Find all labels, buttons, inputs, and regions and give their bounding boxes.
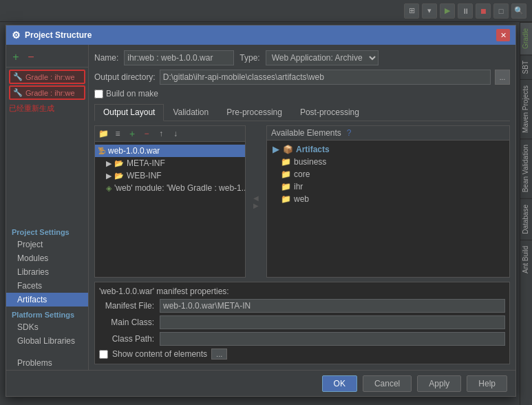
available-elements-content: ▶ 📦 Artifacts 📁 business 📁 core xyxy=(267,141,509,277)
expand-icon-1: ▶ xyxy=(106,159,111,168)
arrow-right: ▶ xyxy=(253,202,259,209)
output-dir-row: Output directory: ... xyxy=(94,70,510,85)
artifact-label-1: Gradle : ihr:we xyxy=(25,73,75,81)
avail-artifact-icon: 📦 xyxy=(283,145,293,154)
main-class-row: Main Class: xyxy=(99,315,505,329)
avail-item-core[interactable]: 📁 core xyxy=(267,168,509,180)
toolbar-btn-grid[interactable]: ⊞ xyxy=(404,3,419,19)
toolbar-btn-run[interactable]: ▶ xyxy=(440,3,455,19)
cancel-button[interactable]: Cancel xyxy=(363,375,412,392)
toolbar-btn-coverage[interactable]: □ xyxy=(493,3,509,19)
tab-maven[interactable]: Maven Projects xyxy=(520,79,532,138)
dialog-close-button[interactable]: ✕ xyxy=(496,29,510,41)
tab-preprocessing[interactable]: Pre-processing xyxy=(217,104,291,121)
apply-button[interactable]: Apply xyxy=(417,375,461,392)
properties-section: 'web-1.0.0.war' manifest properties: Man… xyxy=(94,282,510,364)
tree-item-module-label: 'web' module: 'Web Gradle : web-1... xyxy=(114,183,245,193)
avail-item-ihr[interactable]: 📁 ihr xyxy=(267,180,509,193)
output-dir-browse-button[interactable]: ... xyxy=(495,70,510,85)
tab-gradle[interactable]: Gradle xyxy=(520,22,532,54)
show-content-btn[interactable]: ... xyxy=(211,349,227,360)
build-on-make-label[interactable]: Build on make xyxy=(106,89,158,98)
folder-icon-2: 📂 xyxy=(114,172,124,180)
toolbar-btn-stop[interactable]: ⏹ xyxy=(476,3,491,19)
manifest-row: Manifest File: xyxy=(99,299,505,313)
add-artifact-button[interactable]: + xyxy=(9,50,23,64)
tree-item-war[interactable]: 🗜 web-1.0.0.war xyxy=(95,145,245,157)
tab-bar: Output Layout Validation Pre-processing … xyxy=(94,104,510,121)
manifest-input[interactable] xyxy=(160,299,505,313)
split-pane: 📁 ≡ + − ↑ ↓ 🗜 web-1.0.0.war ▶ xyxy=(94,125,510,278)
tree-content: 🗜 web-1.0.0.war ▶ 📂 META-INF ▶ 📂 WEB-INF xyxy=(95,142,245,277)
tree-item-web-inf-label: WEB-INF xyxy=(127,171,162,180)
tab-output-layout[interactable]: Output Layout xyxy=(94,104,164,121)
artifact-toolbar: + − xyxy=(6,48,88,68)
sidebar-item-problems[interactable]: Problems xyxy=(6,356,88,370)
tab-postprocessing[interactable]: Post-processing xyxy=(291,104,368,121)
show-content-label[interactable]: Show content of elements xyxy=(112,349,207,359)
sidebar-item-libraries[interactable]: Libraries xyxy=(6,265,88,279)
remove-artifact-button[interactable]: − xyxy=(24,50,38,64)
toolbar-btn-pause[interactable]: ⏸ xyxy=(458,3,473,19)
build-on-make-checkbox[interactable] xyxy=(94,90,103,98)
project-structure-dialog: ⚙ Project Structure ✕ + − 🔧 Gradle : ihr… xyxy=(6,25,516,397)
sidebar-item-project[interactable]: Project xyxy=(6,238,88,251)
main-class-input[interactable] xyxy=(160,315,505,329)
sidebar-item-sdks[interactable]: SDKs xyxy=(6,320,88,334)
tab-validation[interactable]: Validation xyxy=(164,104,217,121)
dialog-titlebar: ⚙ Project Structure ✕ xyxy=(6,25,515,45)
tree-btn-remove[interactable]: − xyxy=(140,127,153,140)
name-type-row: Name: Type: Web Application: Archive xyxy=(94,50,510,65)
tree-item-meta-inf[interactable]: ▶ 📂 META-INF xyxy=(95,157,245,169)
top-toolbar: ⊞ ▾ ▶ ⏸ ⏹ □ 🔍 xyxy=(0,0,532,22)
tab-sbt[interactable]: SBT xyxy=(520,54,532,79)
sidebar-item-modules[interactable]: Modules xyxy=(6,251,88,265)
main-class-label: Main Class: xyxy=(99,318,154,327)
split-arrows: ◀ ▶ xyxy=(250,125,262,278)
toolbar-btn-search[interactable]: 🔍 xyxy=(511,3,526,19)
avail-business-label: business xyxy=(294,157,326,167)
avail-expand-icon: ▶ xyxy=(273,145,279,154)
class-path-input[interactable] xyxy=(160,332,505,346)
tree-btn-down[interactable]: ↓ xyxy=(169,127,182,140)
properties-title: 'web-1.0.0.war' manifest properties: xyxy=(99,287,505,296)
avail-item-business[interactable]: 📁 business xyxy=(267,156,509,168)
help-button[interactable]: Help xyxy=(467,375,507,392)
artifact-item-2[interactable]: 🔧 Gradle : ihr:we xyxy=(9,85,85,100)
class-path-row: Class Path: xyxy=(99,332,505,346)
tree-item-module[interactable]: ◈ 'web' module: 'Web Gradle : web-1... ▶ xyxy=(95,182,245,194)
project-settings-header: Project Settings xyxy=(6,224,88,238)
artifact-item-1[interactable]: 🔧 Gradle : ihr:we xyxy=(9,70,85,84)
sidebar-item-global-libraries[interactable]: Global Libraries xyxy=(6,334,88,348)
tab-bean-validation[interactable]: Bean Validation xyxy=(520,138,532,198)
avail-item-artifacts[interactable]: ▶ 📦 Artifacts xyxy=(267,143,509,156)
left-sidebar: + − 🔧 Gradle : ihr:we 🔧 Gradle : ihr:we … xyxy=(6,45,89,370)
tab-database[interactable]: Database xyxy=(520,198,532,240)
avail-core-label: core xyxy=(294,169,310,179)
avail-artifacts-label: Artifacts xyxy=(296,145,330,154)
sidebar-item-artifacts[interactable]: Artifacts xyxy=(6,293,88,307)
tree-btn-add[interactable]: + xyxy=(125,127,139,140)
folder-icon-1: 📂 xyxy=(114,159,124,168)
toolbar-btn-dropdown[interactable]: ▾ xyxy=(422,3,437,19)
avail-ihr-label: ihr xyxy=(294,182,303,191)
type-select[interactable]: Web Application: Archive xyxy=(266,50,379,65)
available-elements-title: Available Elements xyxy=(271,128,341,138)
available-elements-help[interactable]: ? xyxy=(347,128,352,138)
avail-item-web[interactable]: 📁 web xyxy=(267,193,509,205)
sidebar-item-facets[interactable]: Facets xyxy=(6,279,88,293)
ok-button[interactable]: OK xyxy=(322,375,357,392)
tree-btn-list[interactable]: ≡ xyxy=(111,127,125,140)
tree-btn-up[interactable]: ↑ xyxy=(154,127,168,140)
show-content-checkbox[interactable] xyxy=(99,350,108,359)
dialog-body: + − 🔧 Gradle : ihr:we 🔧 Gradle : ihr:we … xyxy=(6,45,515,370)
dialog-footer: OK Cancel Apply Help xyxy=(6,370,515,396)
type-label: Type: xyxy=(240,53,259,63)
tab-ant-build[interactable]: Ant Build xyxy=(520,240,532,279)
right-content: Name: Type: Web Application: Archive Out… xyxy=(89,45,515,370)
output-dir-input[interactable] xyxy=(160,70,491,85)
tree-btn-folder[interactable]: 📁 xyxy=(96,127,110,140)
name-input[interactable] xyxy=(124,50,234,65)
tree-item-web-inf[interactable]: ▶ 📂 WEB-INF xyxy=(95,169,245,182)
name-label: Name: xyxy=(94,53,118,63)
